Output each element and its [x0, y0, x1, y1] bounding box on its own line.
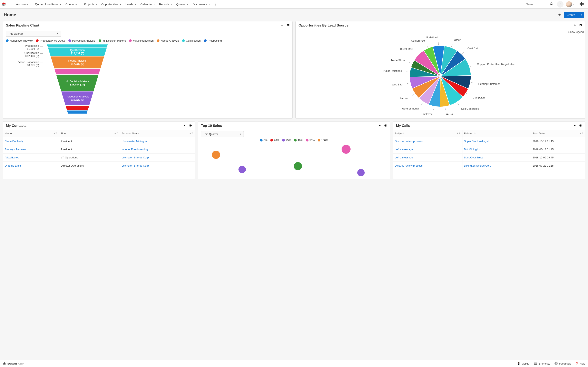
search-input[interactable] [526, 3, 549, 6]
contact-link[interactable]: Bronwyn Penman [5, 148, 26, 151]
gear-icon[interactable] [579, 124, 582, 128]
legend-item[interactable]: Perception Analysis [68, 39, 95, 42]
table-header[interactable]: Start Date▲▼ [531, 130, 585, 137]
legend-item[interactable]: 20% [270, 139, 279, 142]
avatar[interactable] [566, 1, 572, 7]
account-link[interactable]: Lexington Shores Corp [122, 156, 149, 159]
legend-item[interactable]: Proposal/Price Quote [36, 39, 65, 42]
contact-link[interactable]: Orlando Emig [5, 164, 21, 167]
table-row: Alida BarteeVP OperationsLexington Shore… [3, 154, 195, 162]
call-related-link[interactable]: Lexington Shores Corp [464, 164, 491, 167]
legend-item[interactable]: 40% [294, 139, 303, 142]
call-subject-link[interactable]: Left a message [395, 148, 413, 151]
nav-item[interactable]: Leads▼ [124, 0, 138, 8]
nav-item[interactable]: Reports▼ [157, 0, 174, 8]
quick-create-icon[interactable]: ✚ [577, 0, 586, 8]
nav-item[interactable]: Projects▼ [82, 0, 99, 8]
panel-top-sales: Top 10 Sales This Quarter▼ 0%20%25%40%50… [198, 122, 390, 179]
logo-icon[interactable] [2, 2, 6, 7]
panel-title: Top 10 Sales [201, 124, 222, 128]
svg-text:$19,720 (8): $19,720 (8) [71, 98, 84, 101]
show-legend-link[interactable]: Show legend [296, 30, 585, 33]
notification-badge[interactable]: 0 [557, 1, 563, 8]
avatar-caret-icon[interactable]: ▼ [573, 3, 575, 5]
create-button[interactable]: Create ▼ [564, 12, 584, 18]
nav-item[interactable]: Contacts▼ [64, 0, 81, 8]
gear-icon[interactable] [384, 124, 387, 128]
bubble-chart [201, 143, 387, 176]
svg-point-55 [385, 125, 386, 126]
svg-text:Employee: Employee [421, 113, 433, 115]
svg-text:Existing Customer: Existing Customer [478, 82, 500, 85]
legend-item[interactable]: Needs Analysis [157, 39, 179, 42]
table-header[interactable]: Related to [462, 130, 531, 137]
collapse-icon[interactable] [378, 124, 381, 128]
gear-icon[interactable] [579, 24, 582, 27]
svg-point-57 [580, 125, 581, 126]
svg-line-28 [445, 107, 445, 110]
svg-text:Support Portal User Registrati: Support Portal User Registration [477, 63, 515, 66]
table-header[interactable]: Name▲▼ [3, 130, 59, 137]
collapse-icon[interactable] [183, 124, 186, 128]
nav-item[interactable]: Quotes▼ [174, 0, 190, 8]
legend-item[interactable]: 0% [260, 139, 268, 142]
collapse-icon[interactable] [573, 24, 576, 27]
period-dropdown[interactable]: This Quarter▼ [6, 31, 61, 37]
legend-item[interactable]: Negotiation/Review [6, 39, 33, 42]
nav-more-icon[interactable]: ⋮ [212, 2, 219, 7]
account-link[interactable]: Underwater Mining Inc. [122, 140, 149, 143]
search-icon[interactable] [550, 2, 553, 6]
bubble-point[interactable] [294, 162, 302, 170]
table-header[interactable]: Account Name▲▼ [120, 130, 195, 137]
call-subject-link[interactable]: Discuss review process [395, 164, 423, 167]
legend-item[interactable]: Qualification [182, 39, 201, 42]
svg-marker-19 [65, 105, 89, 110]
table-row: Left a messageStart Over Trust2018-12-05… [393, 154, 585, 162]
gear-icon[interactable] [189, 124, 192, 128]
bubble-point[interactable] [357, 169, 365, 176]
call-subject-link[interactable]: Left a message [395, 156, 413, 159]
table-header[interactable]: Title▲▼ [59, 130, 120, 137]
call-related-link[interactable]: Dirt Mining Ltd [464, 148, 481, 151]
legend-item[interactable]: 25% [282, 139, 291, 142]
svg-line-23 [462, 52, 464, 54]
collapse-icon[interactable] [281, 24, 284, 27]
nav-item[interactable]: Opportunities▼ [100, 0, 123, 8]
table-header[interactable]: Subject▲▼ [393, 130, 462, 137]
gear-icon[interactable] [286, 24, 290, 27]
bubble-point[interactable] [212, 151, 220, 159]
legend-item[interactable]: 50% [306, 139, 315, 142]
svg-text:Direct Mail: Direct Mail [400, 48, 413, 50]
svg-text:Word of mouth: Word of mouth [402, 107, 419, 110]
logo-dropdown[interactable]: ▼ [8, 0, 15, 8]
account-link[interactable]: Income Free Investing ... [122, 148, 151, 151]
nav-item[interactable]: Documents▼ [191, 0, 212, 8]
nav-item[interactable]: Quoted Line Items▼ [33, 0, 63, 8]
call-related-link[interactable]: Start Over Trust [464, 156, 483, 159]
legend-item[interactable]: Value Proposition [129, 39, 154, 42]
nav-item[interactable]: Calendar▼ [139, 0, 157, 8]
legend-item[interactable]: Prospecting [204, 39, 222, 42]
table-row: Discuss review processSuper Star Holding… [393, 137, 585, 145]
svg-text:Needs Analysis: Needs Analysis [68, 59, 86, 62]
bubble-point[interactable] [238, 166, 246, 173]
funnel-callout: Qualification$12,439 (6) [24, 51, 43, 58]
svg-line-22 [451, 44, 452, 47]
bubble-point[interactable] [342, 145, 351, 154]
call-related-link[interactable]: Super Star Holdings I... [464, 140, 492, 143]
collapse-icon[interactable] [573, 124, 576, 128]
contact-link[interactable]: Alida Bartee [5, 156, 19, 159]
table-row: Carlie DochertyPresidentUnderwater Minin… [3, 137, 195, 145]
call-subject-link[interactable]: Discuss review process [395, 140, 423, 143]
contact-link[interactable]: Carlie Docherty [5, 140, 23, 143]
account-link[interactable]: Lexington Shores Corp [122, 164, 149, 167]
legend-item[interactable]: 100% [318, 139, 328, 142]
nav-item[interactable]: Accounts▼ [15, 0, 33, 8]
legend-item[interactable]: Id. Decision Makers [99, 39, 126, 42]
svg-line-36 [426, 45, 428, 48]
sales-period-dropdown[interactable]: This Quarter▼ [201, 131, 244, 137]
search-wrap [524, 0, 555, 8]
create-split-icon[interactable]: ▼ [578, 12, 584, 17]
favorite-icon[interactable]: ★ [558, 13, 561, 17]
panel-title: My Calls [396, 124, 410, 128]
